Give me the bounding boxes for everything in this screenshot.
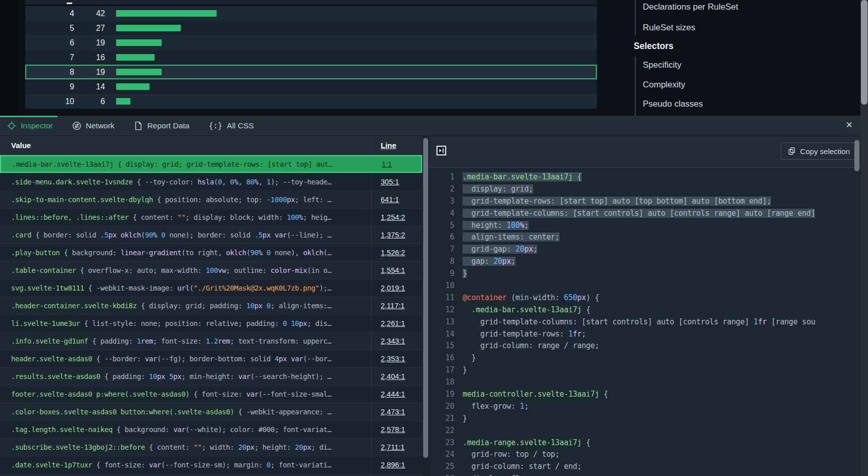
line-link[interactable]: 2,444:1 (381, 390, 405, 398)
sidebar-item-ruleset-sizes[interactable]: RuleSet sizes (643, 23, 695, 33)
chart-row[interactable]: 914 (25, 79, 597, 94)
css-token (117, 231, 121, 239)
css-token: .results.svelte-asdas0 (11, 372, 100, 380)
table-row[interactable]: footer.svelte-asdas0 p:where(.svelte-asd… (0, 385, 422, 403)
line-link[interactable]: 2,117:1 (381, 302, 404, 310)
code-line: 14 grid-template-rows: 1fr; (429, 328, 861, 340)
line-link[interactable]: 641:1 (381, 196, 399, 204)
line-link[interactable]: 2,711:1 (381, 443, 404, 451)
copy-selection-button[interactable]: Copy selection (781, 142, 857, 160)
line-link[interactable]: 1:1 (382, 160, 392, 168)
css-token: 20 (493, 257, 502, 266)
line-link[interactable]: 2,353:1 (381, 355, 405, 363)
css-token: (min-width: (506, 293, 564, 302)
code-line: 1.media-bar.svelte-13aai7j { (429, 171, 861, 183)
css-token (287, 319, 291, 327)
panel-toggle-icon[interactable] (436, 146, 446, 156)
code-line-text: grid-template-columns: [start controls] … (463, 317, 815, 326)
code-scrollbar-thumb[interactable] (854, 140, 859, 171)
css-token: { font-size: (189, 390, 246, 398)
css-token: 100 (206, 266, 218, 274)
css-token: , (68, 213, 76, 221)
table-row[interactable]: .date.svelte-1p7tuxr { font-size: var(--… (0, 456, 422, 473)
css-token (165, 372, 169, 380)
css-token: } (463, 353, 476, 362)
css-token: 10 (291, 319, 299, 327)
table-row[interactable]: svg.svelte-1tw8111 { -webkit-mask-image:… (0, 279, 422, 297)
page-scrollbar-thumb[interactable] (861, 0, 867, 105)
css-token: ; dis… (307, 319, 331, 327)
table-row[interactable]: .skip-to-main-content.svelte-dbylqh { po… (0, 191, 422, 208)
chart-row-count: 14 (74, 82, 105, 91)
tab-network[interactable]: Network (72, 121, 115, 130)
line-link[interactable]: 2,261:1 (381, 319, 405, 327)
code-line: 19media-controller.svelte-13aai7j { (429, 388, 861, 400)
chart-row[interactable]: 106 (25, 94, 597, 109)
css-token: ; (524, 221, 529, 230)
code-line-number: 12 (429, 305, 463, 314)
css-token: px (279, 355, 287, 363)
tab-report-data[interactable]: Report Data (134, 121, 190, 130)
css-token: vw (218, 266, 226, 274)
line-link[interactable]: 1,375:2 (381, 231, 405, 239)
line-link[interactable]: 1,554:1 (381, 266, 405, 274)
line-link[interactable]: 2,473:1 (381, 408, 405, 416)
table-row[interactable]: .play-button { background: linear-gradie… (0, 244, 422, 261)
table-row[interactable]: .card { border: solid .5px oklch(90% 0 n… (0, 226, 422, 244)
css-token: .side-menu.dark.svelte-1vsndze (11, 178, 133, 186)
css-token: 80 (246, 178, 254, 186)
table-row[interactable]: .color-boxes.svelte-asdas0 button:where(… (0, 403, 422, 420)
table-row[interactable]: .table-container { overflow-x: auto; max… (0, 261, 422, 279)
css-token: grid-template-columns: [start controls] … (463, 209, 815, 218)
table-row[interactable]: .header-container.svelte-kbdi8z { displa… (0, 297, 422, 314)
tab-label: Network (86, 121, 115, 130)
table-row[interactable]: li.svelte-1ume3ur { list-style: none; po… (0, 314, 422, 332)
css-token: grid-row: top / top; (463, 450, 559, 459)
chart-row[interactable]: 819 (25, 65, 597, 79)
tab-all-css[interactable]: {:}All CSS (209, 121, 254, 130)
code-line-text: gap: 20px; (463, 257, 516, 266)
css-token: oklch (303, 249, 323, 257)
table-row[interactable]: .media-bar.svelte-13aai7j { display: gri… (0, 155, 422, 173)
table-row[interactable]: .subscribe.svelte-13gboj2::before { cont… (0, 438, 422, 456)
css-token: 100 (506, 221, 520, 230)
rule-line-cell: 2,896:1 (371, 456, 422, 473)
table-row[interactable]: .side-menu.dark.svelte-1vsndze { --toy-c… (0, 173, 422, 191)
table-row[interactable]: .info.svelte-gd1unf { padding: 1rem; fon… (0, 332, 422, 350)
tab-inspector[interactable]: Inspector (7, 121, 53, 130)
table-scrollbar[interactable] (422, 136, 429, 476)
sidebar-item-complexity[interactable]: Complexity (643, 80, 685, 90)
chart-row[interactable]: 619 (25, 35, 597, 50)
line-link[interactable]: 2,578:1 (381, 425, 405, 434)
table-row[interactable]: .tag.length.svelte-naikeq { background: … (0, 420, 422, 438)
sidebar-item-declarations-per-ruleset[interactable]: Declarations per RuleSet (643, 2, 738, 12)
chart-row[interactable]: 716 (25, 50, 597, 65)
css-token: 0 (218, 178, 222, 186)
sidebar-item-specificity[interactable]: Specificity (643, 60, 682, 70)
line-link[interactable]: 2,019:1 (381, 284, 405, 292)
css-token: 0 (267, 461, 271, 469)
column-header-line[interactable]: Line (371, 136, 422, 155)
line-link[interactable]: 2,896:1 (381, 461, 405, 469)
line-link[interactable]: 305:1 (381, 178, 399, 186)
line-link[interactable]: 1,254:2 (381, 213, 405, 221)
rule-line-cell: 2,353:1 (371, 350, 422, 367)
line-link[interactable]: 2,343:1 (381, 337, 405, 345)
chart-row-label: 9 (25, 82, 74, 91)
table-scrollbar-thumb[interactable] (423, 138, 428, 458)
css-token: % (153, 231, 157, 239)
css-token: 20 (238, 443, 246, 451)
close-icon[interactable]: ✕ (846, 120, 853, 131)
chart-row[interactable]: 442 (25, 6, 597, 21)
code-line-number: 23 (429, 438, 463, 447)
css-token: .lines::after (76, 213, 128, 221)
chart-row[interactable]: 527 (25, 21, 597, 35)
table-row[interactable] (0, 473, 422, 476)
line-link[interactable]: 1,526:2 (381, 249, 405, 257)
table-row[interactable]: .lines::before, .lines::after { content:… (0, 208, 422, 226)
table-row[interactable]: header.svelte-asdas0 { --border: var(--f… (0, 350, 422, 367)
sidebar-item-pseudo-classes[interactable]: Pseudo classes (643, 99, 703, 109)
page-scrollbar[interactable] (860, 0, 868, 476)
table-row[interactable]: .results.svelte-asdas0 { padding: 10px 5… (0, 367, 422, 385)
line-link[interactable]: 2,404:1 (381, 372, 405, 380)
